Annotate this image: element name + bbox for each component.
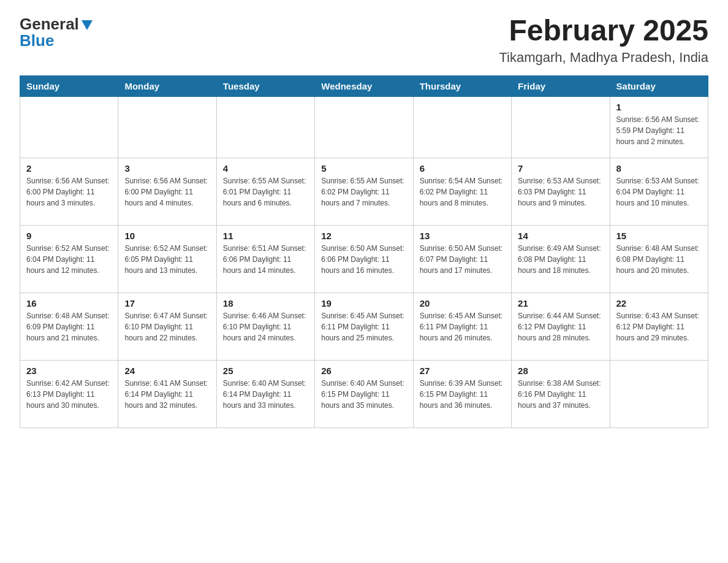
- calendar-cell: 16Sunrise: 6:48 AM Sunset: 6:09 PM Dayli…: [20, 293, 118, 360]
- day-info: Sunrise: 6:55 AM Sunset: 6:01 PM Dayligh…: [223, 175, 308, 209]
- calendar-week-4: 16Sunrise: 6:48 AM Sunset: 6:09 PM Dayli…: [20, 293, 708, 360]
- day-number: 8: [616, 163, 702, 174]
- day-info: Sunrise: 6:56 AM Sunset: 6:00 PM Dayligh…: [26, 175, 112, 209]
- day-number: 26: [321, 366, 406, 376]
- day-headers-row: Sunday Monday Tuesday Wednesday Thursday…: [20, 75, 708, 96]
- day-number: 6: [420, 163, 505, 174]
- day-number: 27: [420, 366, 505, 376]
- day-info: Sunrise: 6:43 AM Sunset: 6:12 PM Dayligh…: [616, 310, 702, 343]
- day-info: Sunrise: 6:42 AM Sunset: 6:13 PM Dayligh…: [26, 378, 112, 411]
- logo-blue: Blue: [20, 31, 54, 50]
- day-number: 3: [124, 163, 210, 174]
- calendar-cell: 17Sunrise: 6:47 AM Sunset: 6:10 PM Dayli…: [118, 293, 216, 360]
- day-info: Sunrise: 6:39 AM Sunset: 6:15 PM Dayligh…: [420, 378, 505, 411]
- title-block: February 2025 Tikamgarh, Madhya Pradesh,…: [499, 15, 708, 66]
- calendar-cell: [512, 96, 610, 158]
- day-number: 7: [518, 163, 603, 174]
- calendar-cell: 4Sunrise: 6:55 AM Sunset: 6:01 PM Daylig…: [216, 158, 314, 225]
- day-info: Sunrise: 6:45 AM Sunset: 6:11 PM Dayligh…: [321, 310, 406, 343]
- header-thursday: Thursday: [413, 75, 511, 96]
- day-number: 14: [518, 231, 603, 241]
- calendar-cell: 15Sunrise: 6:48 AM Sunset: 6:08 PM Dayli…: [610, 225, 708, 293]
- calendar-cell: 24Sunrise: 6:41 AM Sunset: 6:14 PM Dayli…: [118, 360, 216, 427]
- calendar-cell: 11Sunrise: 6:51 AM Sunset: 6:06 PM Dayli…: [216, 225, 314, 293]
- calendar-cell: 22Sunrise: 6:43 AM Sunset: 6:12 PM Dayli…: [610, 293, 708, 360]
- day-info: Sunrise: 6:51 AM Sunset: 6:06 PM Dayligh…: [223, 243, 308, 276]
- calendar-cell: 28Sunrise: 6:38 AM Sunset: 6:16 PM Dayli…: [512, 360, 610, 427]
- calendar-cell: 8Sunrise: 6:53 AM Sunset: 6:04 PM Daylig…: [610, 158, 708, 225]
- day-number: 25: [223, 366, 308, 376]
- day-number: 12: [321, 231, 406, 241]
- svg-marker-0: [82, 20, 93, 30]
- day-number: 15: [616, 231, 702, 241]
- calendar-body: 1Sunrise: 6:56 AM Sunset: 5:59 PM Daylig…: [20, 96, 708, 427]
- day-number: 23: [26, 366, 112, 376]
- day-info: Sunrise: 6:50 AM Sunset: 6:07 PM Dayligh…: [420, 243, 505, 276]
- calendar-cell: 18Sunrise: 6:46 AM Sunset: 6:10 PM Dayli…: [216, 293, 314, 360]
- calendar-cell: 7Sunrise: 6:53 AM Sunset: 6:03 PM Daylig…: [512, 158, 610, 225]
- day-info: Sunrise: 6:48 AM Sunset: 6:09 PM Dayligh…: [26, 310, 112, 343]
- day-info: Sunrise: 6:56 AM Sunset: 6:00 PM Dayligh…: [124, 175, 210, 209]
- header-tuesday: Tuesday: [216, 75, 314, 96]
- calendar-week-1: 1Sunrise: 6:56 AM Sunset: 5:59 PM Daylig…: [20, 96, 708, 158]
- day-number: 28: [518, 366, 603, 376]
- header-monday: Monday: [118, 75, 216, 96]
- calendar-cell: 5Sunrise: 6:55 AM Sunset: 6:02 PM Daylig…: [315, 158, 413, 225]
- calendar-cell: 21Sunrise: 6:44 AM Sunset: 6:12 PM Dayli…: [512, 293, 610, 360]
- calendar-cell: 14Sunrise: 6:49 AM Sunset: 6:08 PM Dayli…: [512, 225, 610, 293]
- calendar-week-5: 23Sunrise: 6:42 AM Sunset: 6:13 PM Dayli…: [20, 360, 708, 427]
- day-number: 24: [124, 366, 210, 376]
- calendar-table: Sunday Monday Tuesday Wednesday Thursday…: [20, 75, 708, 428]
- page-subtitle: Tikamgarh, Madhya Pradesh, India: [499, 50, 708, 66]
- calendar-cell: 20Sunrise: 6:45 AM Sunset: 6:11 PM Dayli…: [413, 293, 511, 360]
- logo: General Blue: [20, 15, 94, 50]
- logo-triangle-icon: [80, 18, 94, 31]
- day-info: Sunrise: 6:40 AM Sunset: 6:14 PM Dayligh…: [223, 378, 308, 411]
- calendar-cell: [315, 96, 413, 158]
- calendar-cell: [413, 96, 511, 158]
- calendar-header: Sunday Monday Tuesday Wednesday Thursday…: [20, 75, 708, 96]
- calendar-cell: [610, 360, 708, 427]
- day-info: Sunrise: 6:55 AM Sunset: 6:02 PM Dayligh…: [321, 175, 406, 209]
- day-number: 10: [124, 231, 210, 241]
- day-info: Sunrise: 6:45 AM Sunset: 6:11 PM Dayligh…: [420, 310, 505, 343]
- day-info: Sunrise: 6:50 AM Sunset: 6:06 PM Dayligh…: [321, 243, 406, 276]
- day-info: Sunrise: 6:44 AM Sunset: 6:12 PM Dayligh…: [518, 310, 603, 343]
- day-number: 16: [26, 298, 112, 308]
- calendar-cell: 12Sunrise: 6:50 AM Sunset: 6:06 PM Dayli…: [315, 225, 413, 293]
- calendar-cell: 10Sunrise: 6:52 AM Sunset: 6:05 PM Dayli…: [118, 225, 216, 293]
- calendar-cell: 3Sunrise: 6:56 AM Sunset: 6:00 PM Daylig…: [118, 158, 216, 225]
- header-saturday: Saturday: [610, 75, 708, 96]
- day-number: 13: [420, 231, 505, 241]
- header-friday: Friday: [512, 75, 610, 96]
- day-info: Sunrise: 6:38 AM Sunset: 6:16 PM Dayligh…: [518, 378, 603, 411]
- calendar-week-2: 2Sunrise: 6:56 AM Sunset: 6:00 PM Daylig…: [20, 158, 708, 225]
- calendar-cell: 23Sunrise: 6:42 AM Sunset: 6:13 PM Dayli…: [20, 360, 118, 427]
- day-number: 5: [321, 163, 406, 174]
- day-info: Sunrise: 6:47 AM Sunset: 6:10 PM Dayligh…: [124, 310, 210, 343]
- day-info: Sunrise: 6:52 AM Sunset: 6:05 PM Dayligh…: [124, 243, 210, 276]
- day-info: Sunrise: 6:54 AM Sunset: 6:02 PM Dayligh…: [420, 175, 505, 209]
- day-info: Sunrise: 6:41 AM Sunset: 6:14 PM Dayligh…: [124, 378, 210, 411]
- day-number: 17: [124, 298, 210, 308]
- day-number: 2: [26, 163, 112, 174]
- day-number: 11: [223, 231, 308, 241]
- day-info: Sunrise: 6:40 AM Sunset: 6:15 PM Dayligh…: [321, 378, 406, 411]
- calendar-cell: 6Sunrise: 6:54 AM Sunset: 6:02 PM Daylig…: [413, 158, 511, 225]
- calendar-cell: 27Sunrise: 6:39 AM Sunset: 6:15 PM Dayli…: [413, 360, 511, 427]
- day-number: 19: [321, 298, 406, 308]
- day-info: Sunrise: 6:48 AM Sunset: 6:08 PM Dayligh…: [616, 243, 702, 276]
- day-number: 4: [223, 163, 308, 174]
- day-number: 18: [223, 298, 308, 308]
- day-info: Sunrise: 6:53 AM Sunset: 6:04 PM Dayligh…: [616, 175, 702, 209]
- calendar-cell: 19Sunrise: 6:45 AM Sunset: 6:11 PM Dayli…: [315, 293, 413, 360]
- page-title: February 2025: [499, 15, 708, 47]
- calendar-cell: [118, 96, 216, 158]
- header-sunday: Sunday: [20, 75, 118, 96]
- day-info: Sunrise: 6:53 AM Sunset: 6:03 PM Dayligh…: [518, 175, 603, 209]
- calendar-cell: [20, 96, 118, 158]
- calendar-week-3: 9Sunrise: 6:52 AM Sunset: 6:04 PM Daylig…: [20, 225, 708, 293]
- day-number: 9: [26, 231, 112, 241]
- day-info: Sunrise: 6:56 AM Sunset: 5:59 PM Dayligh…: [616, 114, 702, 147]
- day-number: 22: [616, 298, 702, 308]
